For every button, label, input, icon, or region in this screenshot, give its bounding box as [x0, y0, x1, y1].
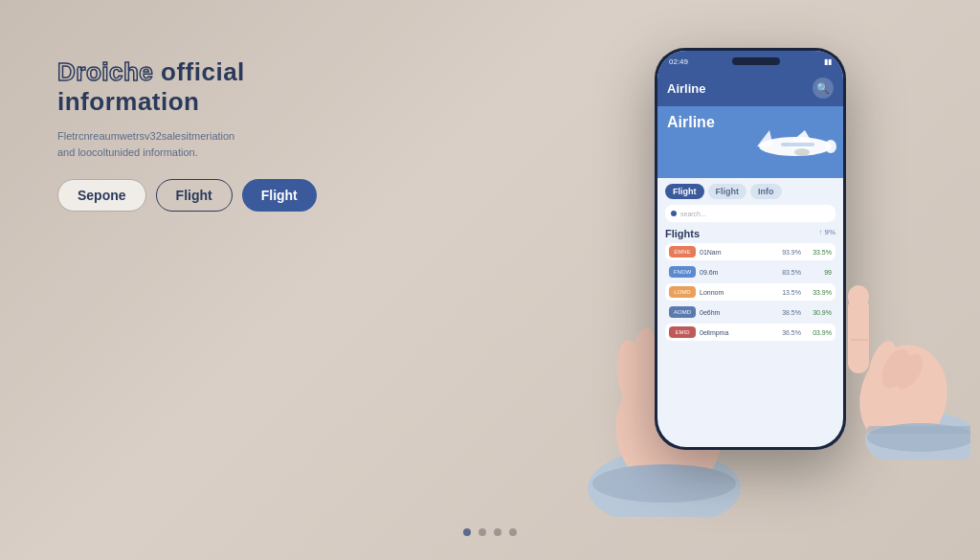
phone-screen: 02:49 ▮▮ Airline 🔍 Airline	[657, 51, 843, 447]
status-battery: ▮▮	[824, 57, 832, 66]
svg-point-4	[794, 148, 810, 156]
row-name: 09.6m	[700, 269, 768, 276]
row-name: Lonnom	[700, 289, 768, 296]
row-val1: 13.5%	[772, 289, 801, 296]
phone-tabs: Flight Flight Info	[665, 184, 835, 199]
phone-search-bar[interactable]: search...	[665, 205, 835, 222]
title-outline: Droiche	[57, 57, 153, 86]
row-val2: 99	[805, 269, 832, 276]
dot-3[interactable]	[494, 528, 501, 536]
row-badge: EMID	[669, 326, 696, 338]
buttons-row: Sepone Flight Flight	[57, 179, 364, 212]
plane-illustration	[743, 116, 838, 172]
row-val1: 36.5%	[772, 329, 801, 336]
dot-4[interactable]	[509, 528, 517, 536]
subtitle-line1: Fletrcnreaumwetrsv32salesitmeriation	[57, 128, 325, 145]
svg-rect-5	[781, 143, 814, 146]
flights-section-title: Flights ↑ 9%	[665, 228, 835, 239]
row-val1: 83.5%	[772, 269, 801, 276]
row-val2: 33.5%	[805, 249, 832, 256]
table-row[interactable]: FNOW 09.6m 83.5% 99	[665, 263, 835, 280]
flight-button-1[interactable]: Flight	[156, 179, 233, 212]
section-sub: ↑ 9%	[818, 228, 835, 239]
main-title: Droiche official information	[57, 57, 364, 117]
flight-button-2[interactable]: Flight	[242, 179, 317, 212]
row-badge: LOMD	[669, 286, 696, 298]
tab-info[interactable]: Info	[750, 184, 782, 199]
phone-area: 02:49 ▮▮ Airline 🔍 Airline	[635, 19, 865, 488]
dot-1[interactable]	[463, 528, 471, 536]
svg-marker-2	[757, 130, 773, 146]
row-name: 0ellmpma	[700, 329, 768, 336]
phone-status-bar: 02:49 ▮▮	[657, 51, 843, 72]
table-row[interactable]: AOMD 0e6hm 38.5% 30.9%	[665, 303, 835, 321]
table-row[interactable]: EMID 0ellmpma 36.5% 03.9%	[665, 324, 835, 341]
subtitle-line2: and loocoltunided information.	[57, 145, 325, 161]
search-dot	[671, 211, 677, 216]
airline-banner: Airline	[657, 106, 843, 178]
pagination-dots	[463, 528, 517, 536]
sepone-button[interactable]: Sepone	[57, 179, 146, 212]
row-name: 01Nam	[700, 249, 768, 256]
row-val1: 38.5%	[772, 309, 801, 316]
tab-flight-1[interactable]: Flight	[665, 184, 704, 199]
phone-content: Flight Flight Info search... Flights ↑ 9…	[657, 178, 843, 349]
row-badge: FNOW	[669, 266, 696, 278]
dot-2[interactable]	[479, 528, 486, 536]
table-row[interactable]: EMNE 01Nam 93.9% 33.5%	[665, 243, 835, 260]
section-label: Flights	[665, 228, 700, 239]
search-bar-text: search...	[680, 211, 706, 217]
svg-point-1	[825, 140, 836, 153]
phone-notch	[732, 57, 780, 65]
header-search-icon[interactable]: 🔍	[813, 78, 834, 99]
phone-frame: 02:49 ▮▮ Airline 🔍 Airline	[655, 48, 846, 450]
app-title: Airline	[667, 81, 705, 96]
row-name: 0e6hm	[700, 309, 768, 316]
flights-table: EMNE 01Nam 93.9% 33.5% FNOW 09.6m 83.5% …	[665, 243, 835, 341]
row-val2: 30.9%	[805, 309, 832, 316]
row-val2: 33.9%	[805, 289, 832, 296]
left-content: Droiche official information Fletrcnreau…	[57, 57, 364, 212]
table-row[interactable]: LOMD Lonnom 13.5% 33.9%	[665, 283, 835, 301]
row-val2: 03.9%	[805, 329, 832, 336]
row-badge: AOMD	[669, 306, 696, 318]
status-time: 02:49	[669, 57, 688, 66]
app-header: Airline 🔍	[657, 72, 843, 106]
tab-flight-2[interactable]: Flight	[708, 184, 747, 199]
row-val1: 93.9%	[772, 249, 801, 256]
subtitle: Fletrcnreaumwetrsv32salesitmeriation and…	[57, 128, 325, 160]
row-badge: EMNE	[669, 246, 696, 258]
